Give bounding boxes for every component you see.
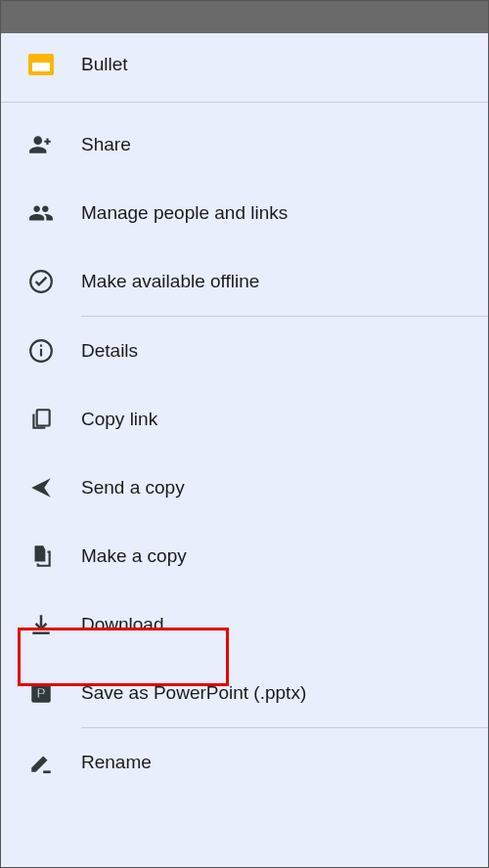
powerpoint-icon: P (28, 680, 54, 706)
menu-item-manage-people[interactable]: Manage people and links (1, 179, 488, 247)
rename-icon (28, 750, 54, 775)
menu-label: Make a copy (81, 545, 187, 567)
menu-item-send-copy[interactable]: Send a copy (1, 454, 488, 522)
copy-icon (28, 407, 54, 432)
menu-label: Copy link (81, 409, 157, 430)
menu-label: Download (81, 614, 164, 635)
svg-rect-2 (40, 349, 42, 357)
menu-label: Send a copy (81, 477, 185, 499)
menu-label: Save as PowerPoint (.pptx) (81, 682, 306, 704)
file-copy-icon (28, 543, 54, 569)
file-header: Bullet (1, 33, 488, 96)
menu-item-make-copy[interactable]: Make a copy (1, 522, 488, 590)
svg-rect-3 (40, 345, 42, 347)
menu-item-save-powerpoint[interactable]: P Save as PowerPoint (.pptx) (1, 659, 488, 727)
file-title: Bullet (81, 54, 128, 75)
send-icon (28, 475, 54, 500)
menu-item-rename[interactable]: Rename (1, 728, 488, 797)
people-icon (28, 200, 54, 226)
menu-item-share[interactable]: Share (1, 110, 488, 179)
menu-label: Details (81, 340, 138, 362)
menu-item-copy-link[interactable]: Copy link (1, 385, 488, 454)
svg-rect-4 (37, 410, 50, 425)
person-add-icon (28, 132, 54, 157)
info-icon (28, 338, 54, 364)
menu-label: Make available offline (81, 271, 259, 292)
download-icon (28, 612, 54, 637)
slides-icon (28, 54, 54, 75)
menu-item-offline[interactable]: Make available offline (1, 247, 488, 316)
actions-menu: Share Manage people and links Make avail… (1, 103, 488, 797)
status-bar (1, 1, 488, 33)
menu-item-details[interactable]: Details (1, 317, 488, 385)
menu-label: Share (81, 134, 131, 155)
svg-text:P: P (36, 685, 45, 701)
menu-label: Manage people and links (81, 202, 288, 224)
menu-item-download[interactable]: Download (1, 590, 488, 659)
menu-label: Rename (81, 752, 152, 773)
offline-icon (28, 269, 54, 294)
